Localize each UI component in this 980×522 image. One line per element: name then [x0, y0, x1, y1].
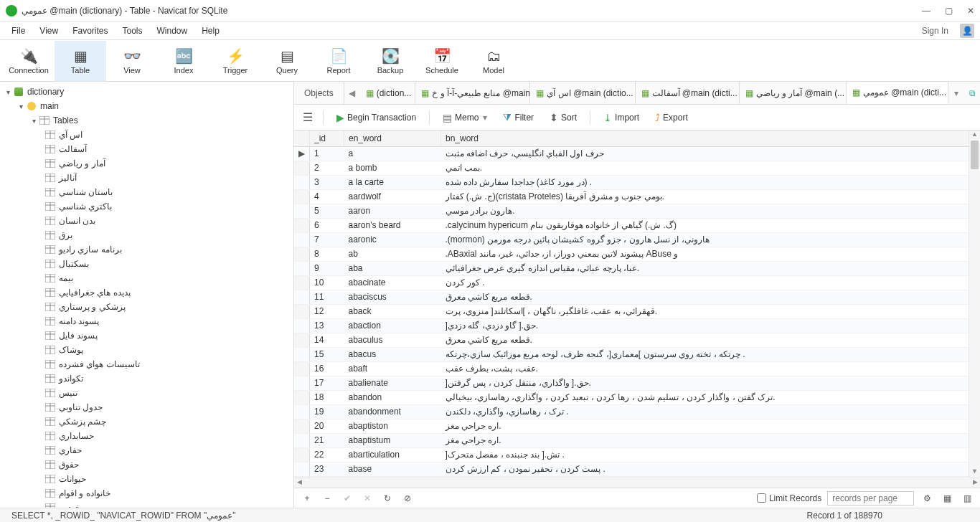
table-row[interactable]: 23abase. پست کردن ، تحقير نمودن ، کم ارز…	[294, 462, 980, 476]
cell-en-word[interactable]: abarticulation	[344, 447, 441, 462]
cell-id[interactable]: 20	[310, 419, 344, 433]
document-tab[interactable]: ▦آسفالت @main (dicti...	[636, 82, 740, 104]
ribbon-model[interactable]: 🗂Model	[468, 41, 519, 81]
ribbon-query[interactable]: ▤Query	[261, 41, 313, 81]
column-header-en[interactable]: en_word	[344, 130, 441, 146]
cell-bn-word[interactable]: .اره جراحي مغز	[441, 419, 980, 433]
vertical-scrollbar[interactable]: ▲ ▼	[969, 130, 980, 478]
chevron-down-icon[interactable]: ▾	[16, 103, 26, 110]
table-row[interactable]: 5aaron.هارون برادر موسي	[294, 204, 980, 218]
tree-table-item[interactable]: حيوانات	[0, 472, 293, 486]
tree-table-item[interactable]: برنامه سازي راديو	[0, 242, 293, 257]
cell-en-word[interactable]: abacus	[344, 347, 441, 361]
cell-id[interactable]: 3	[310, 175, 344, 189]
cell-id[interactable]: 14	[310, 333, 344, 347]
ribbon-backup[interactable]: 💽Backup	[364, 41, 416, 81]
commit-button[interactable]: ✔	[340, 493, 354, 503]
menu-favorites[interactable]: Favorites	[67, 24, 113, 38]
cell-id[interactable]: 11	[310, 290, 344, 304]
table-row[interactable]: 15abacus. چرتکه ، تخته روي سرستون ]معمار…	[294, 347, 980, 361]
cell-id[interactable]: 17	[310, 376, 344, 390]
cancel-button[interactable]: ✕	[360, 493, 374, 503]
chevron-down-icon[interactable]: ▾	[3, 88, 13, 96]
grid-view-icon[interactable]: ▦	[940, 493, 954, 503]
cell-id[interactable]: 16	[310, 361, 344, 376]
ribbon-schedule[interactable]: 📅Schedule	[416, 41, 468, 81]
table-row[interactable]: 22abarticulation. تش.[ بند جنبنده ، مفصل…	[294, 447, 980, 462]
cell-bn-word[interactable]: .بومي جنوب و مشرق آفريقا (cristata Prote…	[441, 189, 980, 204]
table-row[interactable]: 17abalienate.حق.[ واگذاري، منتقل کردن ، …	[294, 376, 980, 390]
table-row[interactable]: 8abو ABuse پيشوند لاتين بمعني دوراز، از،…	[294, 247, 980, 261]
table-row[interactable]: 16abaft.عقب، پشت، بطرف عقب	[294, 361, 980, 376]
tree-table-item[interactable]: خانواده و اقوام	[0, 486, 293, 500]
table-row[interactable]: 10abacinate. کور کردن	[294, 275, 980, 290]
tree-table-item[interactable]: پديده هاي جغرافيايي	[0, 285, 293, 300]
scroll-right-icon[interactable]: ▶	[970, 478, 980, 488]
cell-en-word[interactable]: aaron	[344, 204, 441, 218]
cell-bn-word[interactable]: . (در مورد کاغذ) جداجدا سفارش داده شده	[441, 175, 980, 189]
tree-db[interactable]: ▾ dictionary	[0, 85, 293, 99]
scroll-down-icon[interactable]: ▼	[969, 468, 980, 478]
cell-id[interactable]: 12	[310, 304, 344, 318]
cell-id[interactable]: 21	[310, 433, 344, 447]
table-row[interactable]: 6aaron's beard(گ. ش.) گياهي از خانواده ه…	[294, 218, 980, 232]
sort-button[interactable]: ⬍Sort	[544, 109, 583, 126]
cell-bn-word[interactable]: .قطعه مربع کاشي معرق	[441, 333, 980, 347]
cell-id[interactable]: 15	[310, 347, 344, 361]
tree-schema[interactable]: ▾ main	[0, 99, 293, 113]
cell-en-word[interactable]: abaciscus	[344, 290, 441, 304]
filter-button[interactable]: ⧩Filter	[497, 108, 540, 126]
cell-en-word[interactable]: aba	[344, 261, 441, 275]
document-tab[interactable]: ▦اس آي @main (dictio...	[530, 82, 635, 104]
new-tab-button[interactable]: ⧉	[964, 82, 980, 104]
cell-en-word[interactable]: abaction	[344, 318, 441, 333]
cell-id[interactable]: 10	[310, 275, 344, 290]
cell-en-word[interactable]: aaron's beard	[344, 218, 441, 232]
add-row-button[interactable]: +	[300, 493, 314, 503]
cell-bn-word[interactable]: .حق.[ گاو دزدي، گله دزدي[	[441, 318, 980, 333]
form-view-icon[interactable]: ▥	[960, 493, 974, 503]
table-row[interactable]: 20abaptiston.اره جراحي مغز	[294, 419, 980, 433]
cell-bn-word[interactable]: .حق.[ واگذاري، منتقل کردن ، پس گرفتن[	[441, 376, 980, 390]
cell-en-word[interactable]: ab	[344, 247, 441, 261]
cell-id[interactable]: 7	[310, 232, 344, 247]
tree-table-item[interactable]: آناليز	[0, 171, 293, 185]
tree-table-item[interactable]: آسفالت	[0, 142, 293, 156]
records-per-page-input[interactable]: records per page	[827, 491, 914, 506]
ribbon-trigger[interactable]: ⚡Trigger	[209, 41, 261, 81]
tree-table-item[interactable]: برق	[0, 228, 293, 242]
cell-bn-word[interactable]: .عبا، پارچه عبائي، مقياس اندازه گيري عرض…	[441, 261, 980, 275]
column-header-bn[interactable]: bn_word	[441, 130, 980, 146]
cell-bn-word[interactable]: .بمب اتمي	[441, 161, 980, 175]
tree-table-item[interactable]: تنيس	[0, 386, 293, 400]
tab-objects[interactable]: Objects	[294, 82, 344, 104]
user-avatar[interactable]: 👤	[960, 24, 974, 38]
tab-list-dropdown[interactable]: ▾	[948, 82, 964, 104]
menu-file[interactable]: File	[6, 24, 31, 38]
limit-records-checkbox[interactable]: Limit Records	[757, 493, 821, 503]
document-tab[interactable]: ▦منابع طبيعي-آ-آ و خ @main (dictio...	[415, 82, 530, 104]
cell-id[interactable]: 1	[310, 146, 344, 161]
menu-window[interactable]: Window	[151, 24, 194, 38]
tree-table-item[interactable]: جدول تناوبي	[0, 400, 293, 414]
tree-table-item[interactable]: بدن انسان	[0, 214, 293, 228]
cell-bn-word[interactable]: حرف اول الفباي انگليسي، حرف اضافه مثبت	[441, 146, 980, 161]
limit-records-input[interactable]	[757, 493, 766, 503]
tree-table-item[interactable]: خودرو	[0, 500, 293, 508]
tree-table-item[interactable]: باستان شناسي	[0, 185, 293, 199]
cell-id[interactable]: 4	[310, 189, 344, 204]
tree-table-item[interactable]: تکواندو	[0, 371, 293, 386]
cell-bn-word[interactable]: .قهقرائي، به عقب، غافلگير، ناگهان ، ]اسک…	[441, 304, 980, 318]
cell-bn-word[interactable]: (گ. ش.) گياهي از خانواده هوفاريقون بنام …	[441, 218, 980, 232]
ribbon-connection[interactable]: 🔌Connection	[3, 41, 55, 81]
import-button[interactable]: ⤓Import	[598, 109, 645, 126]
table-row[interactable]: 2a bomb.بمب اتمي	[294, 161, 980, 175]
scroll-thumb[interactable]	[971, 141, 979, 169]
tree-table-item[interactable]: بسکتبال	[0, 257, 293, 271]
cell-en-word[interactable]: a la carte	[344, 175, 441, 189]
cell-id[interactable]: 18	[310, 390, 344, 404]
ribbon-report[interactable]: 📄Report	[313, 41, 364, 81]
cell-id[interactable]: 9	[310, 261, 344, 275]
tree-table-item[interactable]: باکتري شناسي	[0, 199, 293, 214]
delete-row-button[interactable]: −	[320, 493, 334, 503]
